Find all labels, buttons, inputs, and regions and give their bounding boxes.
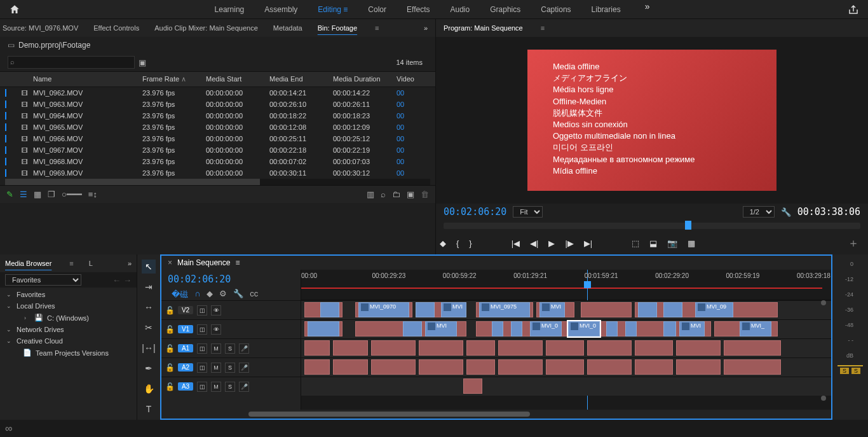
clip-block[interactable] <box>498 359 543 375</box>
find-icon[interactable]: ⌕ <box>381 190 386 199</box>
mb-overflow-icon[interactable]: » <box>128 260 132 267</box>
cc-icon[interactable]: cc <box>250 289 258 300</box>
clip-block[interactable] <box>546 359 584 375</box>
clip-block[interactable] <box>724 340 781 356</box>
track-v2-lane[interactable]: MVI_0970MVIMVI_0975MVIMVI_09 <box>301 300 831 319</box>
solo-r[interactable]: S <box>851 368 860 374</box>
sync-lock-icon[interactable]: ◫ <box>197 324 207 335</box>
tab-bin-footage[interactable]: Bin: Footage <box>318 24 357 32</box>
track-label-v1[interactable]: V1 <box>178 325 193 333</box>
row-select[interactable] <box>5 89 6 97</box>
video-clip[interactable] <box>511 321 522 336</box>
video-clip[interactable] <box>606 321 618 336</box>
zoom-slider[interactable]: ○━━━ <box>62 190 82 199</box>
chevron-icon[interactable]: ⌄ <box>6 303 13 309</box>
clip-block[interactable] <box>676 340 721 356</box>
video-clip[interactable]: MVI_09 <box>695 302 733 317</box>
chevron-icon[interactable]: ⌄ <box>6 338 13 344</box>
track-a2[interactable]: 🔓 A2 ◫ M S 🎤 <box>161 357 301 377</box>
favorites-select[interactable]: Favorites <box>5 274 81 286</box>
video-clip[interactable]: MVI_0 <box>568 321 600 336</box>
ws-overflow-icon[interactable]: » <box>640 1 655 18</box>
video-clip[interactable]: MVI_0970 <box>358 302 409 317</box>
lock-icon[interactable]: 🔓 <box>165 306 174 315</box>
ws-libraries[interactable]: Libraries <box>590 1 622 18</box>
toggle-output-icon[interactable]: 👁 <box>211 305 221 316</box>
tabs-overflow-icon[interactable]: » <box>424 24 428 32</box>
timeline-h-scroll[interactable] <box>161 410 831 419</box>
row-select[interactable] <box>5 112 6 120</box>
clip-block[interactable] <box>587 340 632 356</box>
mute-m[interactable]: M <box>211 363 221 373</box>
clip-block[interactable] <box>419 340 463 356</box>
tree-node[interactable]: ⌄Favorites <box>3 289 134 300</box>
voice-icon[interactable]: 🎤 <box>239 343 249 354</box>
row-select[interactable] <box>5 146 6 154</box>
mark-out-icon[interactable]: } <box>469 239 471 248</box>
chevron-icon[interactable]: ⌄ <box>6 326 13 333</box>
new-search-bin-icon[interactable]: ▣ <box>139 58 146 67</box>
video-clip[interactable] <box>403 321 422 336</box>
clip-block[interactable] <box>587 359 632 375</box>
clip-block[interactable] <box>635 359 673 375</box>
row-select[interactable] <box>5 123 6 131</box>
goto-out-icon[interactable]: ▶| <box>584 239 592 248</box>
type-tool-icon[interactable]: T <box>142 402 156 416</box>
add-button-icon[interactable]: ＋ <box>848 235 859 251</box>
pen-tool-icon[interactable]: ✒ <box>142 361 156 375</box>
row-select[interactable] <box>5 158 6 165</box>
sync-lock-icon[interactable]: ◫ <box>197 305 207 316</box>
ws-color[interactable]: Color <box>367 1 388 18</box>
bin-icon[interactable]: ▭ <box>8 41 15 50</box>
ws-editing[interactable]: Editing <box>316 1 349 18</box>
tree-node[interactable]: ⌄Network Drives <box>3 324 134 335</box>
extract-icon[interactable]: ⬓ <box>649 239 657 248</box>
work-area-bar[interactable] <box>301 288 822 289</box>
video-clip[interactable] <box>638 302 657 317</box>
track-a3-lane[interactable] <box>301 377 831 396</box>
v-zoom[interactable] <box>820 300 827 401</box>
col-end[interactable]: Media End <box>269 75 333 83</box>
tab-l[interactable]: L <box>89 260 93 267</box>
freeform-view-icon[interactable]: ❐ <box>48 190 55 199</box>
lock-icon[interactable]: 🔓 <box>165 325 174 334</box>
clip-block[interactable] <box>333 340 368 356</box>
marker-icon[interactable]: ◆ <box>207 289 213 300</box>
table-row[interactable]: 🎞 MVI_0965.MOV 23.976 fps 00:00:00:00 00… <box>0 121 435 133</box>
creative-cloud-icon[interactable]: ∞ <box>5 423 12 434</box>
solo-s[interactable]: S <box>225 382 235 392</box>
col-fps[interactable]: Frame Rate ∧ <box>142 75 206 83</box>
step-fwd-icon[interactable]: |▶ <box>565 239 573 248</box>
playhead-icon[interactable] <box>584 281 591 288</box>
col-dur[interactable]: Media Duration <box>333 75 397 83</box>
time-ruler[interactable]: 00:0000:00:29:2300:00:59:2200:01:29:2100… <box>301 270 831 300</box>
new-item-icon[interactable]: ▣ <box>407 190 414 199</box>
track-label-a3[interactable]: A3 <box>178 382 193 391</box>
tab-source[interactable]: Source: MVI_0976.MOV <box>3 24 78 32</box>
solo-s[interactable]: S <box>225 343 235 354</box>
chevron-icon[interactable]: › <box>24 315 31 321</box>
clip-block[interactable] <box>419 359 463 375</box>
clip-block[interactable] <box>466 359 495 375</box>
play-icon[interactable]: ▶ <box>548 239 555 248</box>
add-marker-icon[interactable]: ◆ <box>440 239 446 248</box>
track-a1-lane[interactable] <box>301 338 831 357</box>
video-clip[interactable] <box>663 321 676 336</box>
home-icon[interactable] <box>9 4 20 15</box>
new-bin-icon[interactable]: 🗀 <box>392 190 400 199</box>
video-clip[interactable]: MVI_0975 <box>479 302 530 317</box>
clip-block[interactable] <box>333 359 368 375</box>
ws-learning[interactable]: Learning <box>214 1 246 18</box>
track-label-a2[interactable]: A2 <box>178 363 193 371</box>
clip-block[interactable] <box>724 359 781 375</box>
toggle-output-icon[interactable]: 👁 <box>211 324 221 335</box>
track-v1[interactable]: 🔓 V1 ◫ 👁 <box>161 319 301 338</box>
clip-block[interactable] <box>371 340 416 356</box>
mark-in-icon[interactable]: { <box>456 239 459 248</box>
clip-block[interactable] <box>498 340 543 356</box>
clip-block[interactable] <box>304 359 330 375</box>
video-clip[interactable] <box>308 321 339 336</box>
table-row[interactable]: 🎞 MVI_0968.MOV 23.976 fps 00:00:00:00 00… <box>0 156 435 167</box>
trash-icon[interactable]: 🗑 <box>421 190 429 199</box>
goto-in-icon[interactable]: |◀ <box>512 239 520 248</box>
